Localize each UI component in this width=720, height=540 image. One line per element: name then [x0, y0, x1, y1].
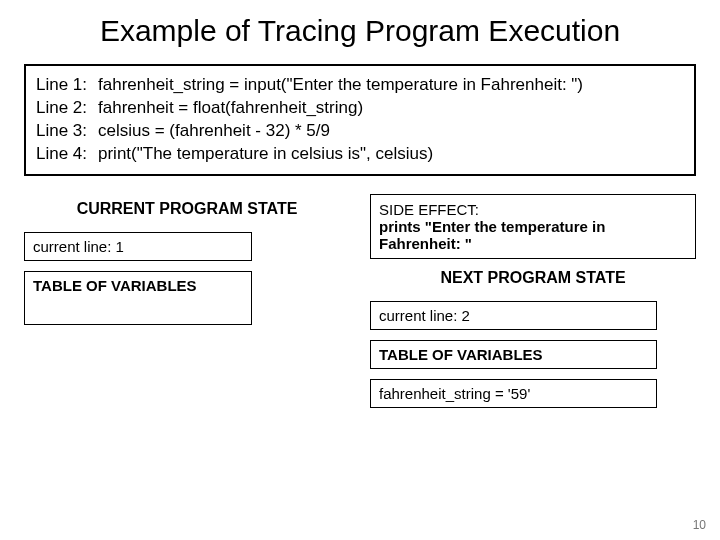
line-label: Line 1:: [36, 74, 98, 97]
line-text: celsius = (fahrenheit - 32) * 5/9: [98, 120, 330, 143]
next-variable-row: fahrenheit_string = '59': [370, 379, 657, 408]
line-text: fahrenheit = float(fahrenheit_string): [98, 97, 363, 120]
code-line: Line 4: print("The temperature in celsiu…: [36, 143, 684, 166]
side-effect-text: prints "Enter the temperature in Fahrenh…: [379, 218, 687, 252]
next-state-column: SIDE EFFECT: prints "Enter the temperatu…: [370, 194, 696, 418]
line-label: Line 3:: [36, 120, 98, 143]
page-number: 10: [693, 518, 706, 532]
line-text: fahrenheit_string = input("Enter the tem…: [98, 74, 583, 97]
side-effect-label: SIDE EFFECT:: [379, 201, 687, 218]
code-block: Line 1: fahrenheit_string = input("Enter…: [24, 64, 696, 176]
next-table-variables-heading: TABLE OF VARIABLES: [370, 340, 657, 369]
current-state-column: CURRENT PROGRAM STATE current line: 1 TA…: [24, 194, 350, 418]
current-state-heading: CURRENT PROGRAM STATE: [24, 200, 350, 218]
current-line-box: current line: 1: [24, 232, 252, 261]
next-state-heading: NEXT PROGRAM STATE: [370, 269, 696, 287]
code-line: Line 2: fahrenheit = float(fahrenheit_st…: [36, 97, 684, 120]
next-current-line-box: current line: 2: [370, 301, 657, 330]
code-line: Line 1: fahrenheit_string = input("Enter…: [36, 74, 684, 97]
slide-title: Example of Tracing Program Execution: [20, 14, 700, 48]
code-line: Line 3: celsius = (fahrenheit - 32) * 5/…: [36, 120, 684, 143]
line-label: Line 4:: [36, 143, 98, 166]
side-effect-box: SIDE EFFECT: prints "Enter the temperatu…: [370, 194, 696, 259]
line-label: Line 2:: [36, 97, 98, 120]
line-text: print("The temperature in celsius is", c…: [98, 143, 433, 166]
current-table-variables-box: TABLE OF VARIABLES: [24, 271, 252, 325]
